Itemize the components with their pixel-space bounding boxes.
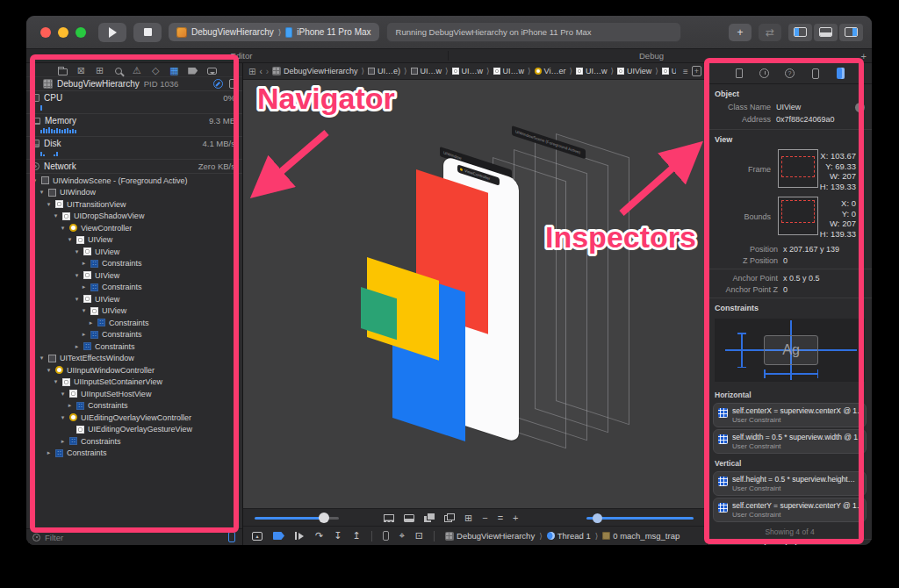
disclosure-icon[interactable]: ▾: [53, 378, 59, 385]
new-tab-button[interactable]: +: [861, 51, 867, 61]
disclosure-icon[interactable]: ▸: [81, 283, 87, 290]
tree-row[interactable]: ▾UITransitionView: [26, 198, 242, 211]
show-clipped-content-icon[interactable]: [424, 513, 435, 522]
zoom-actual-icon[interactable]: =: [498, 513, 503, 523]
debugbar-crumb[interactable]: Thread 1: [547, 531, 591, 541]
disclosure-icon[interactable]: ▸: [81, 331, 87, 338]
toggle-navigator-button[interactable]: [788, 24, 812, 41]
tree-row[interactable]: ▾UIInputWindowController: [26, 364, 242, 376]
jumpbar-item[interactable]: UIView: [662, 67, 676, 75]
tree-row[interactable]: ▸∷Constraints: [26, 317, 242, 329]
tree-row[interactable]: ▸∷Constraints: [26, 400, 242, 412]
tree-row[interactable]: ▾UIEditingOverlayViewController: [26, 412, 242, 424]
symbol-navigator-icon[interactable]: ⊞: [94, 65, 106, 76]
tree-row[interactable]: ▸∷Constraints: [26, 329, 242, 341]
help-inspector-icon[interactable]: ?: [784, 67, 796, 80]
jumpbar-item[interactable]: DebugViewHierarchy: [272, 67, 357, 75]
debugbar-crumb[interactable]: DebugViewHierarchy: [445, 531, 535, 541]
disclosure-icon[interactable]: ▸: [88, 319, 94, 326]
show-contents-icon[interactable]: [404, 514, 414, 522]
tree-row[interactable]: UIEditingOverlayGestureView: [26, 424, 242, 436]
list-mode-icon[interactable]: ≡: [683, 67, 688, 76]
hide-debug-area-icon[interactable]: ▴: [252, 532, 263, 541]
disclosure-icon[interactable]: ▾: [46, 367, 52, 374]
go-back-button[interactable]: ‹: [259, 67, 262, 76]
jumpbar-item[interactable]: UI…w: [452, 67, 484, 75]
disclosure-icon[interactable]: ▾: [32, 177, 38, 184]
disclosure-icon[interactable]: ▸: [67, 402, 73, 409]
show-constraints-icon[interactable]: [444, 513, 455, 522]
project-navigator-icon[interactable]: [56, 65, 68, 76]
stop-button[interactable]: [133, 23, 162, 42]
tab-debug[interactable]: Debug: [639, 51, 664, 61]
debug-navigator-icon[interactable]: ▦: [169, 65, 181, 76]
zoom-in-icon[interactable]: +: [513, 513, 518, 523]
disclosure-icon[interactable]: ▾: [74, 272, 80, 279]
tree-row[interactable]: ▾UIDropShadowView: [26, 211, 242, 223]
find-navigator-icon[interactable]: [112, 65, 125, 76]
tree-row[interactable]: ▸∷Constraints: [26, 282, 242, 294]
gauge-row-memory[interactable]: Memory9.3 MB: [26, 114, 242, 137]
breakpoints-toggle-icon[interactable]: [273, 532, 284, 540]
disclosure-icon[interactable]: ▾: [46, 201, 52, 208]
tree-row[interactable]: ▸∷Constraints: [26, 435, 242, 448]
breakpoint-navigator-icon[interactable]: [187, 65, 199, 76]
tree-row[interactable]: ▸∷Constraints: [26, 258, 242, 270]
jumpbar-item[interactable]: UIView: [617, 67, 651, 75]
constraint-item[interactable]: self.centerX = superview.centerX @ 1…Use…: [713, 403, 867, 427]
size-inspector-icon[interactable]: [835, 67, 847, 80]
jumpbar-item[interactable]: Vi…er: [535, 67, 566, 75]
disclosure-icon[interactable]: ▾: [81, 307, 87, 314]
gauge-row-cpu[interactable]: CPU0%: [26, 91, 242, 114]
debugbar-crumb[interactable]: 0 mach_msg_trap: [602, 531, 680, 541]
tree-row[interactable]: ▾UIView: [26, 305, 242, 318]
scheme-selector[interactable]: DebugViewHierarchy ⟩ iPhone 11 Pro Max: [169, 23, 379, 41]
tree-row[interactable]: ▾UIView: [26, 246, 242, 258]
constraint-item[interactable]: self.height = 0.5 * superview.height…Use…: [713, 471, 867, 496]
close-window-button[interactable]: [40, 27, 51, 38]
tree-row[interactable]: ▾ViewController: [26, 222, 242, 234]
source-control-navigator-icon[interactable]: ⊠: [75, 65, 87, 76]
disclosure-icon[interactable]: ▾: [39, 189, 45, 196]
filter-input[interactable]: Filter: [45, 533, 224, 542]
go-forward-button[interactable]: ›: [266, 67, 269, 76]
zoom-window-button[interactable]: [76, 27, 86, 38]
disclosure-icon[interactable]: ▸: [46, 449, 52, 456]
file-inspector-icon[interactable]: [733, 67, 745, 80]
tree-row[interactable]: ▾UIWindow: [26, 187, 242, 199]
history-inspector-icon[interactable]: [759, 67, 771, 80]
simulate-location-icon[interactable]: ⌖: [399, 531, 405, 541]
tree-row[interactable]: ▸∷Constraints: [26, 448, 242, 460]
process-row[interactable]: ▾DebugViewHierarchyPID 1036: [26, 77, 242, 91]
add-editor-icon[interactable]: +: [692, 66, 701, 76]
jumpbar-item[interactable]: UI…w: [493, 67, 525, 75]
step-over-icon[interactable]: ↷: [315, 531, 323, 541]
device-inspector-icon[interactable]: [809, 67, 822, 80]
wireframe-layer[interactable]: [556, 133, 629, 425]
memory-graph-icon[interactable]: ⊡: [415, 531, 423, 541]
disclosure-icon[interactable]: ▾: [60, 391, 66, 398]
code-review-button[interactable]: ⇄: [759, 24, 781, 41]
issue-navigator-icon[interactable]: ⚠: [131, 65, 143, 76]
disclosure-icon[interactable]: ▾: [60, 225, 66, 232]
tree-row[interactable]: ▸∷Constraints: [26, 341, 242, 353]
tab-editor[interactable]: Editor: [231, 51, 253, 61]
jump-to-class-icon[interactable]: ›: [855, 103, 865, 112]
pause-debug-icon[interactable]: [213, 79, 223, 89]
run-button[interactable]: [98, 23, 126, 42]
disclosure-icon[interactable]: ▸: [60, 438, 66, 445]
disclosure-icon[interactable]: ▾: [74, 296, 80, 303]
zoom-slider-knob[interactable]: [319, 513, 329, 523]
minimize-window-button[interactable]: [58, 27, 68, 38]
disclosure-icon[interactable]: ▸: [74, 343, 80, 350]
tree-row[interactable]: ▾UIView: [26, 269, 242, 282]
disclosure-icon[interactable]: ▾: [60, 414, 66, 421]
continue-icon[interactable]: [295, 532, 305, 540]
toggle-inspectors-button[interactable]: [839, 24, 863, 41]
disclosure-icon[interactable]: ▸: [81, 260, 87, 267]
disclosure-icon[interactable]: ▾: [39, 355, 45, 362]
show-wireframes-icon[interactable]: [384, 514, 394, 522]
step-out-icon[interactable]: ↥: [352, 531, 360, 541]
step-into-icon[interactable]: ↧: [334, 531, 342, 541]
disclosure-icon[interactable]: ▾: [32, 81, 39, 88]
